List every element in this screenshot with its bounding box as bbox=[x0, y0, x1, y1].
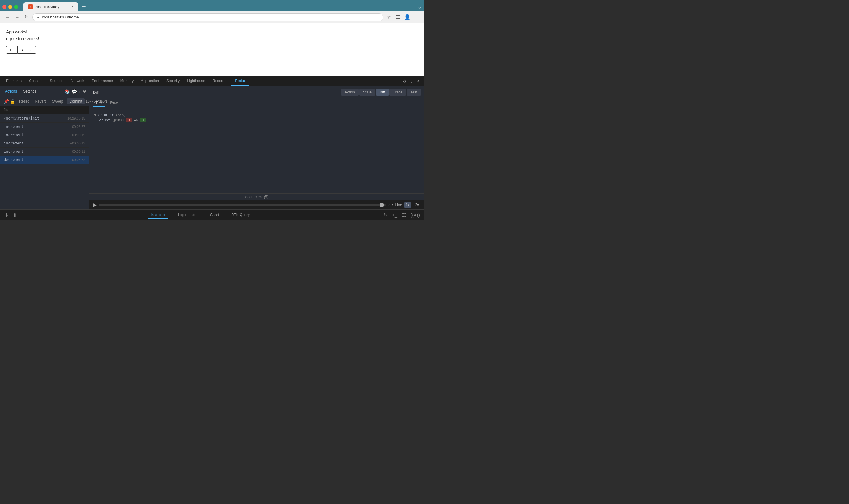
tab-trace[interactable]: Trace bbox=[389, 89, 406, 95]
chat-icon[interactable]: 💬 bbox=[72, 89, 77, 94]
action-time: 10:29:30.15 bbox=[67, 116, 85, 120]
browser-window: A AngularStudy × + ⌄ ← → ↻ ● localhost:4… bbox=[0, 0, 424, 220]
window-controls bbox=[2, 5, 18, 9]
action-time: +00:00.13 bbox=[70, 141, 85, 145]
next-button[interactable]: › bbox=[392, 202, 393, 208]
tab-performance[interactable]: Performance bbox=[88, 76, 117, 86]
action-label-count: (5) bbox=[264, 195, 268, 199]
sweep-button[interactable]: Sweep bbox=[50, 98, 66, 105]
action-name: increment bbox=[4, 149, 24, 154]
list-item[interactable]: increment +00:00.15 bbox=[0, 131, 89, 139]
tab-chart[interactable]: Chart bbox=[208, 212, 222, 219]
grid-icon[interactable]: ☷ bbox=[401, 211, 407, 219]
timeline-controls: ‹ › Live 1x 2x bbox=[388, 202, 421, 208]
tab-dropdown-button[interactable]: ⌄ bbox=[417, 3, 422, 10]
diff-line: ▼ counter (pin) bbox=[94, 113, 420, 117]
tab-network[interactable]: Network bbox=[67, 76, 88, 86]
lock-button[interactable]: 🔒 bbox=[10, 99, 15, 104]
action-label: decrement (5) bbox=[89, 194, 424, 200]
redux-toolbar: 📌 🔒 Reset Revert Sweep Commit 1677177390… bbox=[0, 97, 89, 106]
terminal-icon[interactable]: >_ bbox=[391, 212, 398, 219]
tab-memory[interactable]: Memory bbox=[117, 76, 137, 86]
ngrx-works-text: ngrx-store works! bbox=[6, 35, 418, 42]
diff-content: ▼ counter (pin) count (pin): 4 => 3 bbox=[89, 108, 424, 193]
active-tab[interactable]: A AngularStudy × bbox=[23, 2, 79, 11]
diff-pin-count: (pin): bbox=[112, 118, 124, 122]
tab-actions[interactable]: Actions bbox=[2, 88, 19, 95]
tab-application[interactable]: Application bbox=[137, 76, 163, 86]
list-item[interactable]: decrement +00:03.62 bbox=[0, 156, 89, 164]
refresh-icon[interactable]: ↻ bbox=[383, 211, 388, 219]
upload-icon[interactable]: ⬆ bbox=[12, 211, 18, 219]
tab-test[interactable]: Test bbox=[407, 89, 421, 95]
tab-state[interactable]: State bbox=[359, 89, 375, 95]
menu-button[interactable]: ⋮ bbox=[413, 13, 421, 21]
speed-1x-button[interactable]: 1x bbox=[404, 202, 412, 208]
devtools-close-icon[interactable]: ✕ bbox=[416, 79, 420, 84]
timeline-section: decrement (5) ▶ ‹ › Live 1x 2 bbox=[89, 193, 424, 209]
maximize-dot[interactable] bbox=[14, 5, 18, 9]
tab-diff[interactable]: Diff bbox=[376, 89, 389, 95]
url-text: localhost:4200/home bbox=[42, 15, 79, 19]
close-dot[interactable] bbox=[2, 5, 6, 9]
commit-button[interactable]: Commit bbox=[67, 98, 84, 105]
tab-redux[interactable]: Redux bbox=[231, 76, 249, 86]
tab-recorder[interactable]: Recorder bbox=[209, 76, 231, 86]
reload-button[interactable]: ↻ bbox=[23, 13, 30, 21]
tab-settings[interactable]: Settings bbox=[21, 88, 39, 95]
tab-close-button[interactable]: × bbox=[71, 5, 73, 9]
bottom-toolbar-center: Inspector Log monitor Chart RTK Query bbox=[18, 212, 383, 219]
tab-tree[interactable]: Tree bbox=[93, 100, 105, 107]
devtools-tab-bar: Elements Console Sources Network Perform… bbox=[0, 76, 424, 86]
speed-2x-button[interactable]: 2x bbox=[413, 202, 421, 208]
bookmark-button[interactable]: ☆ bbox=[386, 13, 393, 21]
revert-button[interactable]: Revert bbox=[32, 98, 48, 105]
increment-button[interactable]: +1 bbox=[6, 46, 18, 54]
diff-arrow: => bbox=[134, 118, 138, 122]
action-name: increment bbox=[4, 124, 24, 129]
tab-rtk-query[interactable]: RTK Query bbox=[229, 212, 252, 219]
list-item[interactable]: @ngrx/store/init 10:29:30.15 bbox=[0, 114, 89, 123]
forward-button[interactable]: → bbox=[14, 13, 21, 21]
settings-icon[interactable]: ⚙ bbox=[403, 79, 407, 84]
signal-icon[interactable]: ((●)) bbox=[410, 212, 421, 219]
new-tab-button[interactable]: + bbox=[80, 3, 88, 11]
heart-icon[interactable]: ❤ bbox=[83, 89, 86, 94]
right-tab-bar: Action State Diff Trace Test bbox=[341, 89, 421, 95]
tab-elements[interactable]: Elements bbox=[2, 76, 25, 86]
profile-button[interactable]: 👤 bbox=[403, 13, 412, 21]
tab-security[interactable]: Security bbox=[163, 76, 183, 86]
tab-lighthouse[interactable]: Lighthouse bbox=[183, 76, 209, 86]
list-item[interactable]: increment +00:00.11 bbox=[0, 147, 89, 156]
address-bar[interactable]: ● localhost:4200/home bbox=[32, 13, 383, 21]
collapse-icon[interactable]: ▼ bbox=[94, 113, 96, 117]
decrement-button[interactable]: -1 bbox=[26, 46, 37, 54]
live-label: Live bbox=[395, 203, 402, 207]
list-item[interactable]: increment +00:00.13 bbox=[0, 139, 89, 147]
tab-inspector[interactable]: Inspector bbox=[148, 212, 168, 219]
minimize-dot[interactable] bbox=[8, 5, 12, 9]
download-icon[interactable]: ⬇ bbox=[4, 211, 10, 219]
book-icon[interactable]: 📚 bbox=[65, 89, 70, 94]
action-time: +00:00.15 bbox=[70, 133, 85, 137]
counter-value: 3 bbox=[18, 46, 26, 54]
reset-button[interactable]: Reset bbox=[17, 98, 31, 105]
bottom-toolbar-right: ↻ >_ ☷ ((●)) bbox=[383, 211, 421, 219]
timeline-track[interactable] bbox=[99, 204, 386, 206]
list-item[interactable]: increment +00:06.67 bbox=[0, 123, 89, 131]
tab-raw[interactable]: Raw bbox=[108, 100, 120, 107]
extensions-button[interactable]: ☰ bbox=[394, 13, 401, 21]
twitter-icon[interactable]: 𝕣 bbox=[79, 89, 81, 94]
more-options-icon[interactable]: ⋮ bbox=[409, 79, 413, 84]
tab-console[interactable]: Console bbox=[25, 76, 46, 86]
play-button[interactable]: ▶ bbox=[93, 202, 97, 208]
filter-input[interactable] bbox=[0, 106, 89, 114]
tab-sources[interactable]: Sources bbox=[46, 76, 67, 86]
action-name: decrement bbox=[4, 158, 24, 162]
tab-action[interactable]: Action bbox=[341, 89, 359, 95]
back-button[interactable]: ← bbox=[4, 13, 11, 21]
pin-button[interactable]: 📌 bbox=[4, 99, 9, 104]
action-name: increment bbox=[4, 141, 24, 145]
tab-log-monitor[interactable]: Log monitor bbox=[176, 212, 200, 219]
prev-button[interactable]: ‹ bbox=[388, 202, 390, 208]
